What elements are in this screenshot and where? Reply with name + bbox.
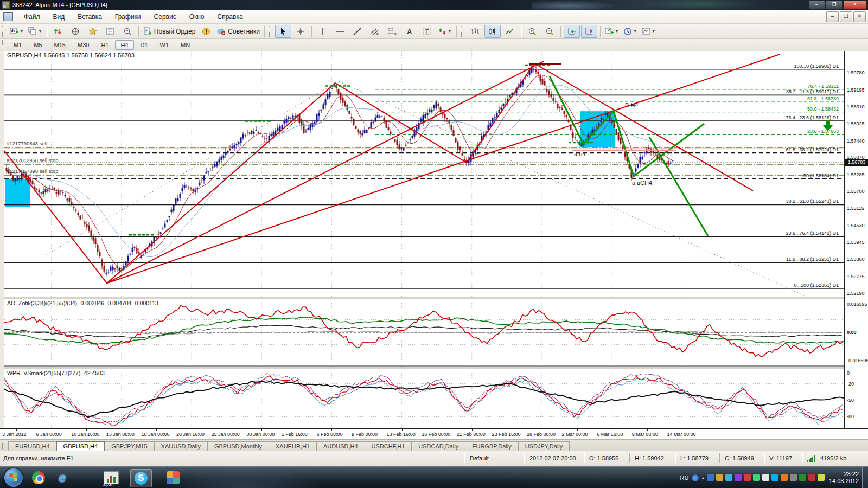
menu-item-Окно[interactable]: Окно [183, 11, 211, 22]
channel-tool-button[interactable]: E [367, 25, 383, 38]
crosshair-tool-button[interactable] [292, 25, 309, 38]
arrows-tool-button[interactable]: ▼ [436, 25, 454, 38]
help-tray-icon[interactable] [692, 474, 699, 481]
menu-item-Справка[interactable]: Справка [211, 11, 250, 22]
chart-tab-USDJPYDaily[interactable]: USDJPY,Daily [518, 441, 570, 451]
dropdown-arrow-icon[interactable]: ▼ [38, 29, 42, 34]
alpari-mt4-taskbar-icon[interactable]: alpari [101, 469, 122, 486]
timeframe-button-H4[interactable]: H4 [115, 40, 133, 50]
language-indicator[interactable]: RU [680, 474, 689, 481]
market-watch-button[interactable] [50, 25, 66, 38]
bar-chart-button[interactable] [467, 25, 483, 38]
indicators-button[interactable]: ▼ [603, 25, 621, 38]
time-axis[interactable]: 3 Jan 20126 Jan 00:0010 Jan 16:0013 Jan … [0, 428, 868, 440]
dropdown-arrow-icon[interactable]: ▼ [652, 29, 656, 34]
main-chart-pane[interactable]: GBPUSD,H4 1.56645 1.56758 1.56624 1.5670… [4, 51, 844, 297]
alerts-button[interactable] [198, 25, 214, 38]
line-chart-button[interactable] [502, 25, 518, 38]
sync-tray-icon[interactable] [753, 474, 760, 481]
updater-tray-icon[interactable] [725, 474, 732, 481]
timeframe-button-M30[interactable]: M30 [72, 40, 94, 50]
maximize-button[interactable]: ❐ [826, 1, 843, 10]
timeframe-button-D1[interactable]: D1 [135, 40, 154, 50]
new-order-button[interactable]: Новый Ордер [142, 25, 197, 38]
toolbar-grip[interactable] [2, 26, 5, 37]
messenger-tray-icon[interactable] [707, 474, 714, 481]
green-trend-line[interactable] [649, 137, 708, 236]
red-trend-line[interactable] [107, 54, 780, 283]
dropdown-arrow-icon[interactable]: ▼ [633, 29, 637, 34]
chart-tab-XAUEURH1[interactable]: XAUEUR,H1 [269, 441, 317, 451]
highlight-box[interactable] [5, 179, 30, 207]
chart-tab-USDCADDaily[interactable]: USDCAD,Daily [411, 441, 465, 451]
zoom-in-button[interactable] [524, 25, 540, 38]
taskbar-clock[interactable]: 23:22 14.03.2012 [829, 471, 859, 485]
notes-tray-icon[interactable] [762, 474, 769, 481]
alert-tray-icon[interactable] [808, 474, 815, 481]
battery-tray-icon[interactable] [818, 474, 825, 481]
text-tool-button[interactable]: A [401, 25, 418, 38]
network-tray-icon[interactable] [799, 474, 806, 481]
vpn-tray-icon[interactable] [735, 474, 742, 481]
expert-advisors-button[interactable]: Советники [215, 25, 261, 38]
timeframe-button-H1[interactable]: H1 [95, 40, 114, 50]
minimize-button[interactable]: – [808, 1, 825, 10]
ao-indicator-pane[interactable]: AO_Zotik(3,34)/(21,55)/(34) -0.002846 -0… [4, 299, 844, 367]
vertical-line-tool-button[interactable] [315, 25, 331, 38]
chart-tab-XAUUSDDaily[interactable]: XAUUSD,Daily [154, 441, 208, 451]
media-app-taskbar-icon[interactable] [163, 469, 183, 486]
start-button[interactable] [4, 468, 23, 487]
candlestick-chart-button[interactable] [484, 25, 501, 38]
timeframe-button-M5[interactable]: M5 [28, 40, 47, 50]
mdi-restore-button[interactable]: ❐ [840, 11, 852, 22]
tabs-grip[interactable] [2, 439, 5, 450]
show-hidden-icons-button[interactable]: ▴ [701, 475, 704, 480]
templates-button[interactable]: ▼ [640, 25, 658, 38]
chart-tab-AUDUSDH4[interactable]: AUDUSD,H4 [316, 441, 365, 451]
chart-tab-USDCHFH1[interactable]: USDCHF,H1 [365, 441, 412, 451]
timeframe-button-M1[interactable]: M1 [8, 40, 27, 50]
toolbar-grip[interactable] [269, 26, 272, 37]
close-button[interactable]: ✕ [843, 1, 867, 10]
periods-button[interactable]: ▼ [622, 25, 639, 38]
timeframe-button-M15[interactable]: M15 [49, 40, 71, 50]
mdi-close-button[interactable]: ✕ [853, 11, 866, 22]
wpr-indicator-pane[interactable]: WPR_VSmark(21|55|77|277) -42.4503 [4, 369, 844, 428]
dotted-trend-line[interactable] [339, 81, 819, 297]
internet-explorer-taskbar-icon[interactable]: e [52, 469, 73, 486]
chart-shift-button[interactable] [581, 25, 597, 38]
auto-scroll-button[interactable] [564, 25, 580, 38]
chart-tab-GBPUSDH4[interactable]: GBPUSD,H4 [56, 441, 105, 451]
timeframe-button-W1[interactable]: W1 [155, 40, 175, 50]
profiles-button[interactable]: ▼ [27, 25, 44, 38]
antivirus-tray-icon[interactable] [744, 474, 751, 481]
menu-item-Вставка[interactable]: Вставка [71, 11, 108, 22]
skype-tray-icon[interactable] [771, 474, 778, 481]
dropdown-arrow-icon[interactable]: ▼ [615, 29, 619, 34]
chart-tab-EURGBPDaily[interactable]: EURGBP,Daily [465, 441, 519, 451]
chart-tab-GBPJPYM15[interactable]: GBPJPY,M15 [104, 441, 154, 451]
navigator-button[interactable] [67, 25, 84, 38]
terminal-button[interactable] [102, 25, 118, 38]
chrome-taskbar-icon[interactable] [28, 469, 49, 486]
fibonacci-tool-button[interactable]: F [384, 25, 400, 38]
show-desktop-button[interactable] [862, 467, 868, 488]
trendline-tool-button[interactable] [349, 25, 366, 38]
chart-tab-EURUSDH4[interactable]: EURUSD,H4 [8, 441, 57, 451]
toolbar-grip[interactable] [461, 26, 464, 37]
dropdown-arrow-icon[interactable]: ▼ [20, 29, 24, 34]
history-center-button[interactable] [85, 25, 101, 38]
timeframe-button-MN[interactable]: MN [175, 40, 195, 50]
toolbar-grip[interactable] [2, 40, 5, 50]
menu-item-Вид[interactable]: Вид [47, 11, 72, 22]
menu-item-Сервис[interactable]: Сервис [148, 11, 183, 22]
red-trend-line[interactable] [107, 61, 544, 283]
label-tool-button[interactable]: T [419, 25, 435, 38]
cursor-tool-button[interactable] [275, 25, 291, 38]
dropdown-arrow-icon[interactable]: ▼ [448, 29, 452, 34]
red-trend-line[interactable] [4, 63, 534, 283]
price-scale[interactable]: 1.597801.591951.586101.580251.574401.568… [844, 51, 868, 428]
menu-item-Графики[interactable]: Графики [108, 11, 148, 22]
calendar-tray-icon[interactable] [716, 474, 723, 481]
mdi-minimize-button[interactable]: – [826, 11, 839, 22]
